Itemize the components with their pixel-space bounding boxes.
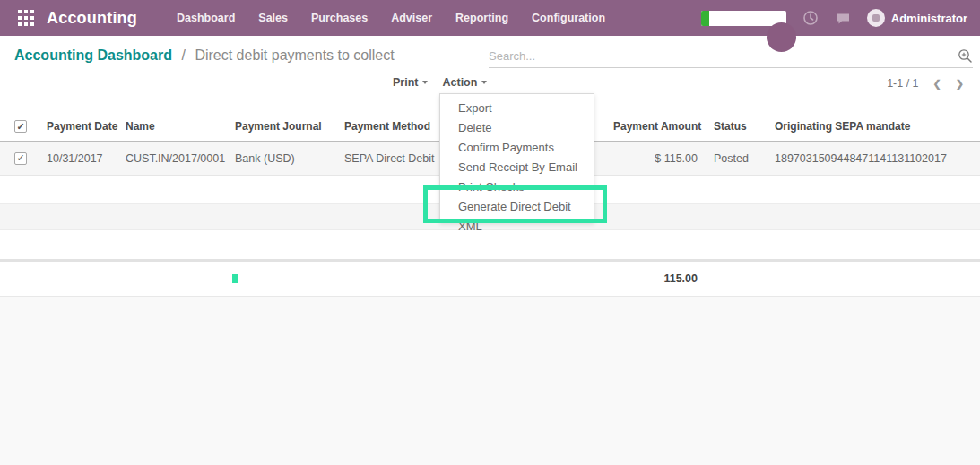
chevron-down-icon xyxy=(481,81,487,84)
top-navbar: Accounting Dashboard Sales Purchases Adv… xyxy=(0,0,980,36)
cell-sepa-mandate: 1897031509448471141131102017 xyxy=(764,152,980,165)
avatar xyxy=(867,9,885,27)
select-all-checkbox[interactable]: ✓ xyxy=(14,120,27,133)
search-zoom-icon[interactable] xyxy=(958,48,973,64)
breadcrumb: Accounting Dashboard / Direct debit paym… xyxy=(14,47,395,64)
table-footer-row: 115.00 xyxy=(0,259,980,296)
action-dropdown-button[interactable]: Action xyxy=(442,76,487,89)
app-title[interactable]: Accounting xyxy=(47,9,137,28)
header-status[interactable]: Status xyxy=(703,120,764,133)
pager: 1-1 / 1 ❮ ❯ xyxy=(887,77,964,90)
clock-icon[interactable] xyxy=(802,10,819,26)
menu-configuration[interactable]: Configuration xyxy=(532,12,605,24)
cell-status: Posted xyxy=(703,152,764,165)
menu-purchases[interactable]: Purchases xyxy=(311,12,368,24)
cell-payment-date: 10/31/2017 xyxy=(41,152,120,165)
breadcrumb-row: Accounting Dashboard / Direct debit paym… xyxy=(0,36,980,76)
menu-item-generate-direct-debit-xml[interactable]: Generate Direct Debit XML xyxy=(440,197,594,217)
header-name[interactable]: Name xyxy=(120,120,230,133)
header-sepa-mandate[interactable]: Originating SEPA mandate xyxy=(764,120,980,133)
menu-adviser[interactable]: Adviser xyxy=(391,12,432,24)
menu-reporting[interactable]: Reporting xyxy=(455,12,508,24)
user-menu[interactable]: Administrator xyxy=(867,9,967,27)
breadcrumb-separator: / xyxy=(181,47,185,63)
action-label: Action xyxy=(442,76,477,89)
chevron-down-icon xyxy=(422,81,428,84)
row-checkbox[interactable]: ✓ xyxy=(14,152,27,165)
header-payment-date[interactable]: Payment Date xyxy=(41,120,120,133)
breadcrumb-link[interactable]: Accounting Dashboard xyxy=(14,47,172,63)
menu-item-send-receipt-by-email[interactable]: Send Receipt By Email xyxy=(440,158,594,177)
footer-amount-total: 115.00 xyxy=(608,272,703,285)
menu-item-print-checks[interactable]: Print Checks xyxy=(440,177,594,197)
cell-payment-journal: Bank (USD) xyxy=(230,152,339,165)
messages-icon[interactable] xyxy=(835,10,851,26)
action-dropdown-menu: Export Delete Confirm Payments Send Rece… xyxy=(439,93,594,222)
apps-grid-icon[interactable] xyxy=(18,10,34,26)
search-bar xyxy=(489,45,973,68)
timer-progress-widget[interactable] xyxy=(701,11,786,26)
timer-bubble[interactable] xyxy=(767,22,796,52)
timer-progress-fill xyxy=(701,11,709,26)
header-payment-amount[interactable]: Payment Amount xyxy=(608,120,703,133)
pager-prev-icon[interactable]: ❮ xyxy=(933,78,941,90)
menu-item-delete[interactable]: Delete xyxy=(440,118,594,138)
header-payment-journal[interactable]: Payment Journal xyxy=(230,120,339,133)
print-label: Print xyxy=(393,76,418,89)
pager-range: 1-1 / 1 xyxy=(887,77,918,90)
menu-item-export[interactable]: Export xyxy=(440,99,594,118)
user-name: Administrator xyxy=(891,12,967,25)
top-menu: Dashboard Sales Purchases Adviser Report… xyxy=(177,12,605,24)
pager-next-icon[interactable]: ❯ xyxy=(956,78,964,90)
cell-name: CUST.IN/2017/0001 xyxy=(120,152,230,165)
empty-row xyxy=(0,230,980,259)
menu-sales[interactable]: Sales xyxy=(258,12,288,24)
search-input[interactable] xyxy=(489,49,958,63)
page-title: Direct debit payments to collect xyxy=(195,47,394,63)
menu-item-confirm-payments[interactable]: Confirm Payments xyxy=(440,138,594,158)
cell-payment-amount: $ 115.00 xyxy=(608,152,703,165)
menu-dashboard[interactable]: Dashboard xyxy=(177,12,235,24)
print-dropdown-button[interactable]: Print xyxy=(393,76,428,89)
click-marker xyxy=(232,274,238,283)
page-background xyxy=(0,296,980,465)
